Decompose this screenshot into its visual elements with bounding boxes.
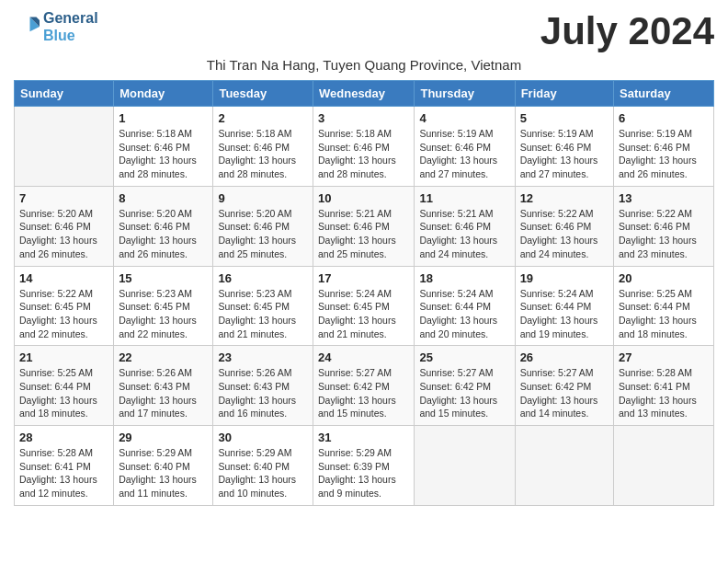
day-number: 4: [419, 111, 509, 125]
calendar-cell: 4Sunrise: 5:19 AM Sunset: 6:46 PM Daylig…: [415, 107, 515, 187]
weekday-header-thursday: Thursday: [415, 81, 515, 107]
weekday-header-friday: Friday: [515, 81, 613, 107]
calendar-cell: 28Sunrise: 5:28 AM Sunset: 6:41 PM Dayli…: [15, 426, 114, 506]
calendar-cell: 29Sunrise: 5:29 AM Sunset: 6:40 PM Dayli…: [114, 426, 213, 506]
day-detail: Sunrise: 5:24 AM Sunset: 6:44 PM Dayligh…: [520, 287, 609, 341]
day-number: 21: [19, 350, 108, 364]
day-detail: Sunrise: 5:18 AM Sunset: 6:46 PM Dayligh…: [218, 127, 308, 181]
weekday-header-tuesday: Tuesday: [213, 81, 313, 107]
day-number: 11: [419, 191, 509, 205]
calendar-cell: 5Sunrise: 5:19 AM Sunset: 6:46 PM Daylig…: [515, 107, 613, 187]
calendar-cell: 20Sunrise: 5:25 AM Sunset: 6:44 PM Dayli…: [614, 266, 714, 346]
calendar-cell: [515, 426, 613, 506]
week-row-2: 7Sunrise: 5:20 AM Sunset: 6:46 PM Daylig…: [15, 186, 714, 266]
day-detail: Sunrise: 5:22 AM Sunset: 6:46 PM Dayligh…: [520, 207, 609, 261]
calendar-cell: 13Sunrise: 5:22 AM Sunset: 6:46 PM Dayli…: [614, 186, 714, 266]
day-detail: Sunrise: 5:27 AM Sunset: 6:42 PM Dayligh…: [419, 366, 509, 420]
day-detail: Sunrise: 5:20 AM Sunset: 6:46 PM Dayligh…: [119, 207, 208, 261]
week-row-5: 28Sunrise: 5:28 AM Sunset: 6:41 PM Dayli…: [15, 426, 714, 506]
day-detail: Sunrise: 5:27 AM Sunset: 6:42 PM Dayligh…: [318, 366, 409, 420]
day-detail: Sunrise: 5:23 AM Sunset: 6:45 PM Dayligh…: [119, 287, 208, 341]
calendar-table: SundayMondayTuesdayWednesdayThursdayFrid…: [14, 80, 714, 506]
day-detail: Sunrise: 5:23 AM Sunset: 6:45 PM Dayligh…: [218, 287, 308, 341]
day-number: 25: [419, 350, 509, 364]
day-number: 18: [419, 271, 509, 285]
calendar-cell: 14Sunrise: 5:22 AM Sunset: 6:45 PM Dayli…: [15, 266, 114, 346]
month-title: July 2024: [540, 9, 714, 53]
day-detail: Sunrise: 5:18 AM Sunset: 6:46 PM Dayligh…: [119, 127, 208, 181]
day-detail: Sunrise: 5:19 AM Sunset: 6:46 PM Dayligh…: [520, 127, 609, 181]
week-row-3: 14Sunrise: 5:22 AM Sunset: 6:45 PM Dayli…: [15, 266, 714, 346]
calendar-cell: 31Sunrise: 5:29 AM Sunset: 6:39 PM Dayli…: [313, 426, 415, 506]
day-number: 3: [318, 111, 409, 125]
day-number: 6: [619, 111, 709, 125]
day-detail: Sunrise: 5:27 AM Sunset: 6:42 PM Dayligh…: [520, 366, 609, 420]
day-detail: Sunrise: 5:19 AM Sunset: 6:46 PM Dayligh…: [419, 127, 509, 181]
day-number: 29: [119, 431, 208, 444]
calendar-cell: 18Sunrise: 5:24 AM Sunset: 6:44 PM Dayli…: [415, 266, 515, 346]
weekday-header-wednesday: Wednesday: [313, 81, 415, 107]
calendar-cell: 24Sunrise: 5:27 AM Sunset: 6:42 PM Dayli…: [313, 346, 415, 426]
page-header: General Blue July 2024: [14, 9, 714, 53]
calendar-cell: 27Sunrise: 5:28 AM Sunset: 6:41 PM Dayli…: [614, 346, 714, 426]
day-number: 30: [218, 431, 308, 444]
day-number: 12: [520, 191, 609, 205]
logo-icon: [14, 14, 40, 40]
calendar-cell: 2Sunrise: 5:18 AM Sunset: 6:46 PM Daylig…: [213, 107, 313, 187]
day-number: 8: [119, 191, 208, 205]
week-row-1: 1Sunrise: 5:18 AM Sunset: 6:46 PM Daylig…: [15, 107, 714, 187]
day-number: 24: [318, 350, 409, 364]
calendar-cell: 11Sunrise: 5:21 AM Sunset: 6:46 PM Dayli…: [415, 186, 515, 266]
day-detail: Sunrise: 5:21 AM Sunset: 6:46 PM Dayligh…: [419, 207, 509, 261]
day-number: 22: [119, 350, 208, 364]
logo: General Blue: [14, 9, 98, 44]
day-detail: Sunrise: 5:26 AM Sunset: 6:43 PM Dayligh…: [218, 366, 308, 420]
calendar-cell: [415, 426, 515, 506]
day-number: 9: [218, 191, 308, 205]
day-number: 16: [218, 271, 308, 285]
calendar-cell: 21Sunrise: 5:25 AM Sunset: 6:44 PM Dayli…: [15, 346, 114, 426]
day-number: 31: [318, 431, 409, 444]
day-number: 20: [619, 271, 709, 285]
calendar-cell: 10Sunrise: 5:21 AM Sunset: 6:46 PM Dayli…: [313, 186, 415, 266]
logo-text: General Blue: [43, 9, 98, 44]
calendar-cell: 17Sunrise: 5:24 AM Sunset: 6:45 PM Dayli…: [313, 266, 415, 346]
calendar-cell: [614, 426, 714, 506]
day-number: 7: [19, 191, 108, 205]
day-number: 13: [619, 191, 709, 205]
calendar-cell: 19Sunrise: 5:24 AM Sunset: 6:44 PM Dayli…: [515, 266, 613, 346]
calendar-cell: 8Sunrise: 5:20 AM Sunset: 6:46 PM Daylig…: [114, 186, 213, 266]
weekday-header-saturday: Saturday: [614, 81, 714, 107]
day-detail: Sunrise: 5:20 AM Sunset: 6:46 PM Dayligh…: [218, 207, 308, 261]
day-detail: Sunrise: 5:24 AM Sunset: 6:45 PM Dayligh…: [318, 287, 409, 341]
day-number: 23: [218, 350, 308, 364]
day-number: 2: [218, 111, 308, 125]
day-number: 17: [318, 271, 409, 285]
calendar-cell: 22Sunrise: 5:26 AM Sunset: 6:43 PM Dayli…: [114, 346, 213, 426]
calendar-cell: 16Sunrise: 5:23 AM Sunset: 6:45 PM Dayli…: [213, 266, 313, 346]
calendar-cell: 12Sunrise: 5:22 AM Sunset: 6:46 PM Dayli…: [515, 186, 613, 266]
weekday-header-sunday: Sunday: [15, 81, 114, 107]
calendar-cell: 6Sunrise: 5:19 AM Sunset: 6:46 PM Daylig…: [614, 107, 714, 187]
calendar-cell: 15Sunrise: 5:23 AM Sunset: 6:45 PM Dayli…: [114, 266, 213, 346]
calendar-cell: 3Sunrise: 5:18 AM Sunset: 6:46 PM Daylig…: [313, 107, 415, 187]
day-detail: Sunrise: 5:21 AM Sunset: 6:46 PM Dayligh…: [318, 207, 409, 261]
day-detail: Sunrise: 5:28 AM Sunset: 6:41 PM Dayligh…: [19, 446, 108, 500]
day-detail: Sunrise: 5:29 AM Sunset: 6:40 PM Dayligh…: [218, 446, 308, 500]
calendar-cell: 1Sunrise: 5:18 AM Sunset: 6:46 PM Daylig…: [114, 107, 213, 187]
calendar-cell: 7Sunrise: 5:20 AM Sunset: 6:46 PM Daylig…: [15, 186, 114, 266]
day-detail: Sunrise: 5:28 AM Sunset: 6:41 PM Dayligh…: [619, 366, 709, 420]
day-number: 28: [19, 431, 108, 444]
day-number: 19: [520, 271, 609, 285]
weekday-header-monday: Monday: [114, 81, 213, 107]
calendar-cell: 9Sunrise: 5:20 AM Sunset: 6:46 PM Daylig…: [213, 186, 313, 266]
weekday-header-row: SundayMondayTuesdayWednesdayThursdayFrid…: [15, 81, 714, 107]
day-detail: Sunrise: 5:26 AM Sunset: 6:43 PM Dayligh…: [119, 366, 208, 420]
calendar-cell: 23Sunrise: 5:26 AM Sunset: 6:43 PM Dayli…: [213, 346, 313, 426]
day-detail: Sunrise: 5:29 AM Sunset: 6:40 PM Dayligh…: [119, 446, 208, 500]
calendar-cell: 26Sunrise: 5:27 AM Sunset: 6:42 PM Dayli…: [515, 346, 613, 426]
day-detail: Sunrise: 5:22 AM Sunset: 6:45 PM Dayligh…: [19, 287, 108, 341]
calendar-subtitle: Thi Tran Na Hang, Tuyen Quang Province, …: [14, 57, 714, 73]
day-number: 27: [619, 350, 709, 364]
day-detail: Sunrise: 5:22 AM Sunset: 6:46 PM Dayligh…: [619, 207, 709, 261]
